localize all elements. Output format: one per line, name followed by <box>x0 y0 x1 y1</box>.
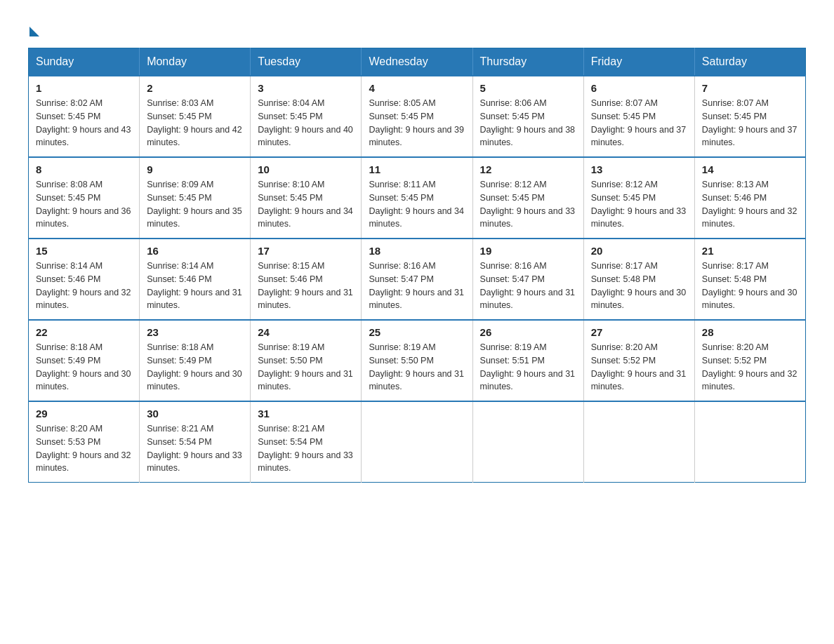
day-number: 9 <box>147 163 243 175</box>
calendar-day-cell: 27 Sunrise: 8:20 AMSunset: 5:52 PMDaylig… <box>583 320 694 401</box>
day-number: 1 <box>36 82 132 94</box>
calendar-header-row: SundayMondayTuesdayWednesdayThursdayFrid… <box>29 48 806 76</box>
day-number: 6 <box>591 82 687 94</box>
day-info: Sunrise: 8:12 AMSunset: 5:45 PMDaylight:… <box>591 180 687 229</box>
calendar-day-cell: 21 Sunrise: 8:17 AMSunset: 5:48 PMDaylig… <box>694 239 805 320</box>
calendar-day-header: Saturday <box>694 48 805 76</box>
day-number: 10 <box>258 163 354 175</box>
calendar-day-cell: 3 Sunrise: 8:04 AMSunset: 5:45 PMDayligh… <box>251 76 362 157</box>
day-info: Sunrise: 8:06 AMSunset: 5:45 PMDaylight:… <box>480 98 576 147</box>
day-number: 5 <box>480 82 576 94</box>
day-info: Sunrise: 8:20 AMSunset: 5:53 PMDaylight:… <box>36 424 131 473</box>
day-number: 14 <box>702 163 798 175</box>
calendar-day-header: Sunday <box>29 48 140 76</box>
day-info: Sunrise: 8:18 AMSunset: 5:49 PMDaylight:… <box>36 342 131 391</box>
calendar-day-cell: 26 Sunrise: 8:19 AMSunset: 5:51 PMDaylig… <box>472 320 583 401</box>
calendar-day-cell: 15 Sunrise: 8:14 AMSunset: 5:46 PMDaylig… <box>29 239 140 320</box>
calendar-day-header: Wednesday <box>362 48 472 76</box>
calendar-day-cell <box>583 401 694 483</box>
calendar-day-cell: 6 Sunrise: 8:07 AMSunset: 5:45 PMDayligh… <box>583 76 694 157</box>
calendar-day-cell: 13 Sunrise: 8:12 AMSunset: 5:45 PMDaylig… <box>583 157 694 239</box>
day-number: 28 <box>702 326 798 338</box>
calendar-day-cell: 19 Sunrise: 8:16 AMSunset: 5:47 PMDaylig… <box>472 239 583 320</box>
calendar-day-cell: 20 Sunrise: 8:17 AMSunset: 5:48 PMDaylig… <box>583 239 694 320</box>
day-number: 22 <box>36 326 132 338</box>
day-number: 18 <box>369 245 465 257</box>
day-info: Sunrise: 8:15 AMSunset: 5:46 PMDaylight:… <box>258 261 353 310</box>
day-number: 13 <box>591 163 687 175</box>
day-info: Sunrise: 8:14 AMSunset: 5:46 PMDaylight:… <box>36 261 131 310</box>
day-info: Sunrise: 8:19 AMSunset: 5:51 PMDaylight:… <box>480 342 576 391</box>
logo <box>28 21 39 35</box>
day-number: 20 <box>591 245 687 257</box>
calendar-day-cell: 18 Sunrise: 8:16 AMSunset: 5:47 PMDaylig… <box>362 239 472 320</box>
day-info: Sunrise: 8:20 AMSunset: 5:52 PMDaylight:… <box>591 342 687 391</box>
day-number: 21 <box>702 245 798 257</box>
day-number: 11 <box>369 163 465 175</box>
day-info: Sunrise: 8:07 AMSunset: 5:45 PMDaylight:… <box>591 98 687 147</box>
calendar-day-cell <box>694 401 805 483</box>
calendar-day-cell: 17 Sunrise: 8:15 AMSunset: 5:46 PMDaylig… <box>251 239 362 320</box>
day-number: 12 <box>480 163 576 175</box>
calendar-week-row: 22 Sunrise: 8:18 AMSunset: 5:49 PMDaylig… <box>29 320 806 401</box>
day-number: 19 <box>480 245 576 257</box>
calendar-day-header: Tuesday <box>251 48 362 76</box>
calendar-day-cell: 14 Sunrise: 8:13 AMSunset: 5:46 PMDaylig… <box>694 157 805 239</box>
day-number: 17 <box>258 245 354 257</box>
day-number: 23 <box>147 326 243 338</box>
day-info: Sunrise: 8:05 AMSunset: 5:45 PMDaylight:… <box>369 98 464 147</box>
day-info: Sunrise: 8:13 AMSunset: 5:46 PMDaylight:… <box>702 180 797 229</box>
day-info: Sunrise: 8:16 AMSunset: 5:47 PMDaylight:… <box>369 261 464 310</box>
day-info: Sunrise: 8:07 AMSunset: 5:45 PMDaylight:… <box>702 98 797 147</box>
calendar-day-header: Friday <box>583 48 694 76</box>
calendar-day-cell: 29 Sunrise: 8:20 AMSunset: 5:53 PMDaylig… <box>29 401 140 483</box>
calendar-day-cell: 10 Sunrise: 8:10 AMSunset: 5:45 PMDaylig… <box>251 157 362 239</box>
calendar-day-cell: 31 Sunrise: 8:21 AMSunset: 5:54 PMDaylig… <box>251 401 362 483</box>
day-info: Sunrise: 8:17 AMSunset: 5:48 PMDaylight:… <box>591 261 687 310</box>
day-number: 27 <box>591 326 687 338</box>
day-number: 7 <box>702 82 798 94</box>
day-number: 8 <box>36 163 132 175</box>
day-number: 31 <box>258 408 354 420</box>
calendar-table: SundayMondayTuesdayWednesdayThursdayFrid… <box>28 48 806 483</box>
day-number: 2 <box>147 82 243 94</box>
day-number: 24 <box>258 326 354 338</box>
day-info: Sunrise: 8:14 AMSunset: 5:46 PMDaylight:… <box>147 261 242 310</box>
day-number: 30 <box>147 408 243 420</box>
day-info: Sunrise: 8:02 AMSunset: 5:45 PMDaylight:… <box>36 98 131 147</box>
calendar-day-cell: 7 Sunrise: 8:07 AMSunset: 5:45 PMDayligh… <box>694 76 805 157</box>
day-info: Sunrise: 8:17 AMSunset: 5:48 PMDaylight:… <box>702 261 797 310</box>
calendar-week-row: 15 Sunrise: 8:14 AMSunset: 5:46 PMDaylig… <box>29 239 806 320</box>
day-info: Sunrise: 8:11 AMSunset: 5:45 PMDaylight:… <box>369 180 464 229</box>
calendar-week-row: 29 Sunrise: 8:20 AMSunset: 5:53 PMDaylig… <box>29 401 806 483</box>
day-info: Sunrise: 8:04 AMSunset: 5:45 PMDaylight:… <box>258 98 353 147</box>
calendar-day-cell <box>472 401 583 483</box>
day-number: 3 <box>258 82 354 94</box>
calendar-day-cell: 16 Sunrise: 8:14 AMSunset: 5:46 PMDaylig… <box>140 239 251 320</box>
calendar-week-row: 1 Sunrise: 8:02 AMSunset: 5:45 PMDayligh… <box>29 76 806 157</box>
calendar-day-cell: 8 Sunrise: 8:08 AMSunset: 5:45 PMDayligh… <box>29 157 140 239</box>
day-info: Sunrise: 8:19 AMSunset: 5:50 PMDaylight:… <box>258 342 353 391</box>
calendar-day-cell: 12 Sunrise: 8:12 AMSunset: 5:45 PMDaylig… <box>472 157 583 239</box>
day-info: Sunrise: 8:21 AMSunset: 5:54 PMDaylight:… <box>147 424 242 473</box>
day-number: 29 <box>36 408 132 420</box>
calendar-day-cell: 22 Sunrise: 8:18 AMSunset: 5:49 PMDaylig… <box>29 320 140 401</box>
day-info: Sunrise: 8:19 AMSunset: 5:50 PMDaylight:… <box>369 342 464 391</box>
day-number: 15 <box>36 245 132 257</box>
calendar-day-cell: 4 Sunrise: 8:05 AMSunset: 5:45 PMDayligh… <box>362 76 472 157</box>
calendar-day-cell: 1 Sunrise: 8:02 AMSunset: 5:45 PMDayligh… <box>29 76 140 157</box>
calendar-day-cell: 30 Sunrise: 8:21 AMSunset: 5:54 PMDaylig… <box>140 401 251 483</box>
calendar-day-cell: 2 Sunrise: 8:03 AMSunset: 5:45 PMDayligh… <box>140 76 251 157</box>
calendar-day-cell: 5 Sunrise: 8:06 AMSunset: 5:45 PMDayligh… <box>472 76 583 157</box>
calendar-day-cell: 9 Sunrise: 8:09 AMSunset: 5:45 PMDayligh… <box>140 157 251 239</box>
calendar-day-cell: 25 Sunrise: 8:19 AMSunset: 5:50 PMDaylig… <box>362 320 472 401</box>
day-info: Sunrise: 8:16 AMSunset: 5:47 PMDaylight:… <box>480 261 576 310</box>
day-info: Sunrise: 8:21 AMSunset: 5:54 PMDaylight:… <box>258 424 353 473</box>
day-number: 26 <box>480 326 576 338</box>
day-number: 16 <box>147 245 243 257</box>
page-header <box>28 21 806 35</box>
day-number: 4 <box>369 82 465 94</box>
day-info: Sunrise: 8:08 AMSunset: 5:45 PMDaylight:… <box>36 180 131 229</box>
calendar-day-cell: 11 Sunrise: 8:11 AMSunset: 5:45 PMDaylig… <box>362 157 472 239</box>
day-info: Sunrise: 8:09 AMSunset: 5:45 PMDaylight:… <box>147 180 242 229</box>
